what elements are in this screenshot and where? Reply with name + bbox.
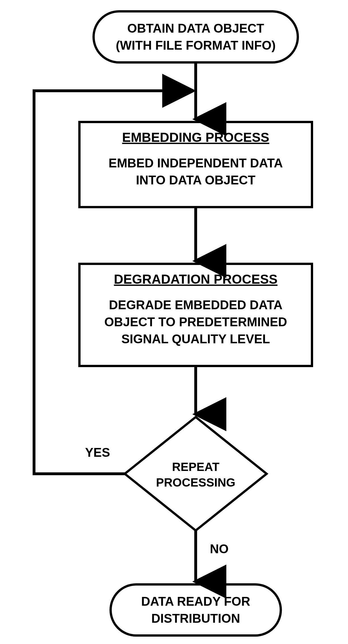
edge-label-yes: YES — [85, 445, 110, 459]
degrade-body1: DEGRADE EMBEDDED DATA — [109, 298, 282, 312]
start-line2: (WITH FILE FORMAT INFO) — [116, 38, 276, 52]
degrade-body3: SIGNAL QUALITY LEVEL — [121, 332, 270, 346]
start-line1: OBTAIN DATA OBJECT — [127, 21, 264, 35]
embed-title: EMBEDDING PROCESS — [122, 130, 269, 145]
decision-line2: PROCESSING — [156, 476, 235, 489]
decision-line1: REPEAT — [172, 460, 220, 473]
svg-marker-3 — [125, 417, 267, 531]
node-embed: EMBEDDING PROCESS EMBED INDEPENDENT DATA… — [79, 122, 312, 207]
svg-rect-4 — [111, 584, 281, 635]
embed-body1: EMBED INDEPENDENT DATA — [109, 156, 283, 170]
node-degrade: DEGRADATION PROCESS DEGRADE EMBEDDED DAT… — [79, 264, 312, 366]
node-decision: REPEAT PROCESSING — [125, 417, 267, 531]
node-start: OBTAIN DATA OBJECT (WITH FILE FORMAT INF… — [94, 11, 298, 62]
flowchart-diagram: OBTAIN DATA OBJECT (WITH FILE FORMAT INF… — [0, 0, 348, 644]
end-line2: DISTRIBUTION — [151, 611, 240, 625]
embed-body2: INTO DATA OBJECT — [136, 173, 255, 187]
degrade-title: DEGRADATION PROCESS — [114, 272, 278, 287]
edge-label-no: NO — [210, 542, 229, 556]
node-end: DATA READY FOR DISTRIBUTION — [111, 584, 281, 635]
degrade-body2: OBJECT TO PREDETERMINED — [104, 315, 287, 329]
svg-rect-0 — [94, 11, 298, 62]
end-line1: DATA READY FOR — [141, 594, 250, 608]
